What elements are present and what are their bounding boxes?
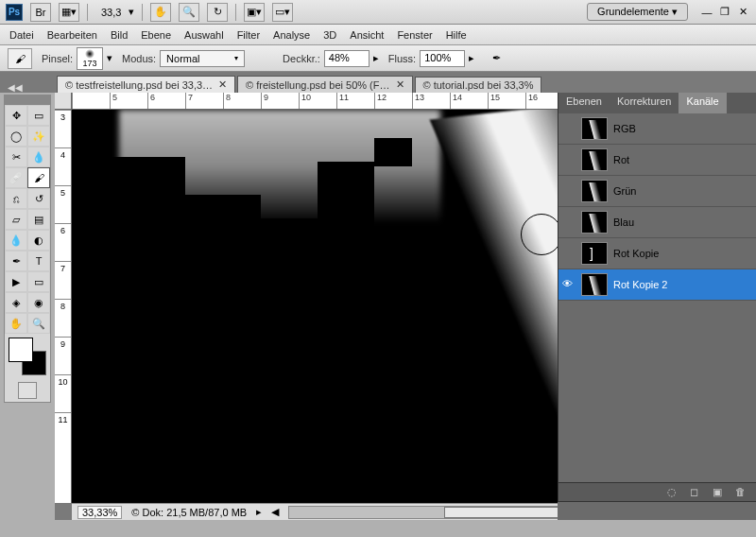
channel-rot[interactable]: Rot	[558, 145, 756, 176]
menu-datei[interactable]: Datei	[9, 29, 34, 41]
opacity-flyout-icon[interactable]: ▸	[373, 52, 379, 64]
visibility-icon[interactable]	[562, 184, 576, 198]
path-select-tool[interactable]: ▶	[5, 271, 27, 292]
menu-ebene[interactable]: Ebene	[141, 29, 171, 41]
menu-fenster[interactable]: Fenster	[397, 29, 432, 41]
rotate-view-button[interactable]: ↻	[207, 3, 228, 22]
brush-dropdown-icon[interactable]: ▾	[107, 52, 112, 64]
arrange-button[interactable]: ▣▾	[244, 3, 265, 22]
tab-close-icon[interactable]: ✕	[218, 78, 227, 91]
menu-bearbeiten[interactable]: Bearbeiten	[47, 29, 97, 41]
menu-auswahl[interactable]: Auswahl	[184, 29, 224, 41]
filmstrip-button[interactable]: ▦▾	[59, 3, 79, 22]
tab-ebenen[interactable]: Ebenen	[558, 93, 610, 113]
channel-blau[interactable]: Blau	[558, 207, 756, 238]
doc-tab-1[interactable]: © testfreistellung.psd bei 33,3…✕	[57, 76, 235, 93]
type-tool[interactable]: T	[27, 251, 50, 271]
close-icon[interactable]: ✕	[735, 6, 750, 19]
document-tabs: ◀◀ © testfreistellung.psd bei 33,3…✕ © f…	[0, 72, 756, 93]
channel-gruen[interactable]: Grün	[558, 176, 756, 207]
menu-ansicht[interactable]: Ansicht	[350, 29, 384, 41]
menu-filter[interactable]: Filter	[237, 29, 260, 41]
menu-bar: Datei Bearbeiten Bild Ebene Auswahl Filt…	[0, 25, 756, 45]
menu-3d[interactable]: 3D	[323, 29, 336, 41]
minimize-icon[interactable]: —	[699, 6, 714, 19]
restore-icon[interactable]: ❐	[717, 6, 732, 19]
bottom-dock[interactable]	[558, 501, 756, 520]
shape-tool[interactable]: ▭	[27, 271, 50, 292]
blend-mode-dropdown[interactable]: Normal▾	[160, 50, 245, 67]
visibility-icon[interactable]	[562, 153, 576, 166]
flow-input[interactable]: 100%	[420, 50, 465, 67]
mode-label: Modus:	[122, 53, 156, 64]
tab-close-icon[interactable]: ✕	[396, 78, 404, 91]
zoom-tool-button[interactable]: 🔍	[179, 3, 199, 22]
tab-kanaele[interactable]: Kanäle	[679, 93, 726, 113]
options-bar: 🖌 Pinsel: 173 ▾ Modus: Normal▾ Deckkr.: …	[0, 45, 756, 72]
toolbox-handle[interactable]	[5, 95, 50, 105]
current-tool-icon[interactable]: 🖌	[8, 48, 32, 69]
eyedropper-tool[interactable]: 💧	[27, 147, 50, 167]
brush-label: Pinsel:	[42, 53, 73, 64]
visibility-icon[interactable]	[562, 122, 576, 135]
3d-tool[interactable]: ◈	[5, 292, 27, 313]
doc-info[interactable]: © Dok: 21,5 MB/87,0 MB	[131, 507, 247, 518]
heal-tool[interactable]: 🩹	[5, 167, 27, 188]
visibility-icon[interactable]	[562, 216, 576, 229]
zoom-tool[interactable]: 🔍	[27, 313, 50, 334]
pen-tool[interactable]: ✒	[5, 251, 27, 271]
channel-rot-kopie[interactable]: Rot Kopie	[558, 238, 756, 269]
save-selection-icon[interactable]: ◻	[690, 486, 705, 499]
new-channel-icon[interactable]: ▣	[713, 486, 728, 499]
collapse-icon[interactable]: ◀◀	[8, 82, 23, 93]
gradient-tool[interactable]: ▤	[27, 209, 50, 230]
zoom-field[interactable]: 33,33%	[77, 506, 122, 519]
opacity-label: Deckkr.:	[283, 53, 320, 64]
brush-cursor-icon	[521, 214, 562, 255]
workspace-switcher[interactable]: Grundelemente ▾	[587, 3, 688, 21]
delete-channel-icon[interactable]: 🗑	[735, 486, 750, 499]
ruler-origin[interactable]	[55, 93, 72, 110]
hand-tool-button[interactable]: ✋	[150, 3, 171, 22]
blur-tool[interactable]: 💧	[5, 230, 27, 251]
brush-preset-picker[interactable]: 173	[77, 47, 103, 70]
bridge-button[interactable]: Br	[30, 3, 51, 22]
doc-tab-2[interactable]: © freistellung.psd bei 50% (F…✕	[237, 76, 412, 93]
marquee-tool[interactable]: ▭	[27, 105, 50, 126]
visibility-icon[interactable]	[562, 247, 576, 260]
quickmask-button[interactable]	[18, 382, 37, 399]
move-tool[interactable]: ✥	[5, 105, 27, 126]
brush-tool[interactable]: 🖌	[27, 167, 50, 188]
channels-panel: Ebenen Korrekturen Kanäle RGB Rot Grün B…	[558, 93, 756, 501]
title-bar: Ps Br ▦▾ 33,3 ▾ ✋ 🔍 ↻ ▣▾ ▭▾ Grundelement…	[0, 0, 756, 25]
screen-mode-button[interactable]: ▭▾	[272, 3, 293, 22]
3d-camera-tool[interactable]: ◉	[27, 292, 50, 313]
doc-tab-3[interactable]: © tutorial.psd bei 33,3%	[415, 77, 542, 93]
load-selection-icon[interactable]: ◌	[667, 486, 682, 499]
crop-tool[interactable]: ✂	[5, 147, 27, 167]
zoom-level[interactable]: 33,3	[101, 7, 121, 18]
flow-flyout-icon[interactable]: ▸	[469, 52, 474, 64]
flow-label: Fluss:	[388, 53, 416, 64]
channel-rgb[interactable]: RGB	[558, 113, 756, 145]
vertical-ruler[interactable]: 34567891011	[55, 110, 72, 503]
toolbox: ✥▭ ◯✨ ✂💧 🩹🖌 ⎌↺ ▱▤ 💧◐ ✒T ▶▭ ◈◉ ✋🔍	[4, 95, 51, 403]
dodge-tool[interactable]: ◐	[27, 230, 50, 251]
hand-tool[interactable]: ✋	[5, 313, 27, 334]
menu-analyse[interactable]: Analyse	[273, 29, 310, 41]
airbrush-icon[interactable]: ✒	[484, 48, 508, 69]
eraser-tool[interactable]: ▱	[5, 209, 27, 230]
history-brush-tool[interactable]: ↺	[27, 188, 50, 209]
visibility-icon[interactable]	[562, 278, 576, 291]
wand-tool[interactable]: ✨	[27, 126, 50, 147]
menu-bild[interactable]: Bild	[111, 29, 128, 41]
stamp-tool[interactable]: ⎌	[5, 188, 27, 209]
ps-logo-icon: Ps	[6, 4, 23, 21]
menu-hilfe[interactable]: Hilfe	[446, 29, 467, 41]
tab-korrekturen[interactable]: Korrekturen	[610, 93, 679, 113]
channel-rot-kopie-2[interactable]: Rot Kopie 2	[558, 269, 756, 301]
opacity-input[interactable]: 48%	[324, 50, 369, 67]
color-swatches[interactable]	[9, 338, 46, 375]
lasso-tool[interactable]: ◯	[5, 126, 27, 147]
